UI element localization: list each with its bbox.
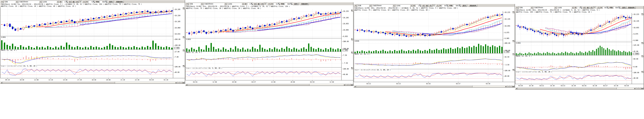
pane-expand-button[interactable] xyxy=(183,50,185,51)
chevron-down-icon[interactable]: ▼ xyxy=(242,3,244,5)
interval-spinner[interactable]: 1 xyxy=(577,6,582,9)
chart-plot-area[interactable]: 出来高MACD( 12, 26, 9 )スロー・ストキャスティクス( 14, 3… xyxy=(354,11,503,82)
symbol-select[interactable]: 日経225mini▼ xyxy=(372,4,395,7)
contract-select[interactable]: 12/06▼ xyxy=(557,6,574,9)
scrollbar-track[interactable] xyxy=(356,86,505,88)
weekly-button[interactable]: 週 xyxy=(426,4,428,7)
spinner-icon[interactable] xyxy=(446,5,448,6)
scroll-end-button[interactable]: ▶▶ xyxy=(512,86,514,88)
minutes-spinner[interactable]: 30 xyxy=(442,4,448,7)
monthly-button[interactable]: 月 xyxy=(429,4,432,7)
window-menu-button[interactable]: ▼ xyxy=(516,6,518,9)
spinner-icon[interactable] xyxy=(459,5,461,6)
minutes-spinner[interactable]: 60 xyxy=(603,6,609,9)
window-menu-button[interactable]: ▼ xyxy=(354,4,357,7)
spinner-icon[interactable] xyxy=(278,3,280,5)
chevron-down-icon[interactable]: ▼ xyxy=(410,4,412,7)
multi-symbol-button[interactable]: 複数銘柄 xyxy=(468,4,477,7)
minute-button[interactable]: 分 xyxy=(79,0,82,3)
scroll-right-button[interactable]: ▶ xyxy=(175,82,178,84)
scrollbar-thumb[interactable] xyxy=(3,82,115,84)
chevron-down-icon[interactable]: ▼ xyxy=(369,4,372,7)
chevron-down-icon[interactable]: ▼ xyxy=(16,1,18,3)
multi-symbol-button[interactable]: 複数銘柄 xyxy=(627,6,636,9)
contract-select[interactable]: 12/06▼ xyxy=(42,0,59,3)
minutes-spinner[interactable]: 15 xyxy=(274,3,280,5)
chevron-down-icon[interactable]: ▼ xyxy=(224,3,227,5)
scrollbar-track[interactable] xyxy=(3,82,175,84)
daily-button[interactable]: 日 xyxy=(583,6,586,9)
chevron-down-icon[interactable]: ▼ xyxy=(200,3,203,5)
chart-plot-area[interactable]: 出来高MACD( 12, 26, 9 )スロー・ストキャスティクス( 14, 3… xyxy=(186,9,342,80)
instrument-type-select[interactable]: 先物▼ xyxy=(4,0,18,3)
monthly-button[interactable]: 月 xyxy=(260,3,264,5)
multi-symbol-button[interactable]: 複数銘柄 xyxy=(300,3,309,5)
horizontal-scrollbar[interactable]: ◀ ▶ ◁▷▶▶ xyxy=(515,88,644,90)
chevron-down-icon[interactable]: ▼ xyxy=(572,6,574,9)
instrument-type-select[interactable]: 先物▼ xyxy=(189,3,203,5)
scrollbar-thumb[interactable] xyxy=(188,84,310,86)
pane-expand-button[interactable] xyxy=(183,65,185,67)
chevron-down-icon[interactable]: ▼ xyxy=(530,6,533,9)
pane-expand-button[interactable] xyxy=(642,13,644,15)
minute-button[interactable]: 分 xyxy=(264,3,267,5)
daily-button[interactable]: 日 xyxy=(254,3,256,5)
symbol-select[interactable]: 日経225mini▼ xyxy=(534,6,557,9)
bars-spinner[interactable]: 500 xyxy=(100,0,108,3)
pane-expand-button[interactable] xyxy=(351,38,353,40)
chart-plot-area[interactable]: 出来高MACD( 12, 26, 9 )スロー・ストキャスティクス( 14, 3… xyxy=(515,13,632,84)
scroll-end-button[interactable]: ▶▶ xyxy=(182,82,185,84)
instrument-type-select[interactable]: 先物▼ xyxy=(357,4,372,7)
scrollbar-track[interactable] xyxy=(518,88,634,90)
apply-button[interactable]: 適用 xyxy=(462,4,467,7)
interval-spinner[interactable]: 1 xyxy=(62,0,68,3)
symbol-select[interactable]: 日経225mini▼ xyxy=(18,0,42,3)
tick-button[interactable]: T xyxy=(436,4,439,7)
minutes-spinner[interactable]: 5 xyxy=(88,0,95,3)
minute-button[interactable]: 分 xyxy=(593,6,596,9)
spinner-icon[interactable] xyxy=(580,7,582,8)
scrollbar-track[interactable] xyxy=(188,84,343,86)
spinner-icon[interactable] xyxy=(251,3,253,5)
contract-select[interactable]: 12/06▼ xyxy=(227,3,244,5)
weekly-button[interactable]: 週 xyxy=(257,3,260,5)
monthly-button[interactable]: 月 xyxy=(590,6,593,9)
scroll-end-button[interactable]: ▶▶ xyxy=(641,88,644,90)
bars-spinner[interactable]: 500 xyxy=(613,6,621,9)
pane-expand-button[interactable] xyxy=(512,53,514,55)
scroll-right-button[interactable]: ▶ xyxy=(505,86,507,88)
horizontal-scrollbar[interactable]: ◀ ▶ ◁▷▶▶ xyxy=(0,82,185,84)
tick-button[interactable]: T xyxy=(82,0,86,3)
pane-expand-button[interactable] xyxy=(512,40,514,42)
window-menu-button[interactable]: ▼ xyxy=(0,0,4,3)
daily-button[interactable]: 日 xyxy=(68,0,72,3)
scroll-right-button[interactable]: ▶ xyxy=(343,84,346,86)
pane-expand-button[interactable] xyxy=(183,7,185,9)
spinner-icon[interactable] xyxy=(419,5,421,6)
scroll-left-button[interactable]: ◀ xyxy=(186,84,188,86)
pane-expand-button[interactable] xyxy=(642,42,644,44)
symbol-select[interactable]: 日経225mini▼ xyxy=(204,3,227,5)
spinner-icon[interactable] xyxy=(106,1,107,3)
apply-button[interactable]: 適用 xyxy=(621,6,626,9)
pane-expand-button[interactable] xyxy=(351,52,353,54)
chevron-down-icon[interactable]: ▼ xyxy=(57,1,59,3)
pane-expand-button[interactable] xyxy=(642,55,644,57)
spinner-icon[interactable] xyxy=(290,3,292,5)
apply-button[interactable]: 適用 xyxy=(293,3,298,5)
monthly-button[interactable]: 月 xyxy=(76,0,78,3)
daily-button[interactable]: 日 xyxy=(422,4,425,7)
zoom-in-button[interactable]: ▷ xyxy=(348,84,351,86)
spinner-icon[interactable] xyxy=(93,1,95,3)
zoom-out-button[interactable]: ◁ xyxy=(178,82,180,84)
zoom-out-button[interactable]: ◁ xyxy=(346,84,348,86)
scroll-left-button[interactable]: ◀ xyxy=(0,82,3,84)
multi-symbol-button[interactable]: 複数銘柄 xyxy=(115,0,124,3)
weekly-button[interactable]: 週 xyxy=(72,0,75,3)
tick-button[interactable]: T xyxy=(597,6,600,9)
zoom-in-button[interactable]: ▷ xyxy=(639,88,641,90)
pane-expand-button[interactable] xyxy=(351,10,353,12)
pane-expand-button[interactable] xyxy=(183,36,185,38)
contract-select[interactable]: 12/06▼ xyxy=(396,4,413,7)
instrument-type-select[interactable]: 先物▼ xyxy=(519,6,533,9)
